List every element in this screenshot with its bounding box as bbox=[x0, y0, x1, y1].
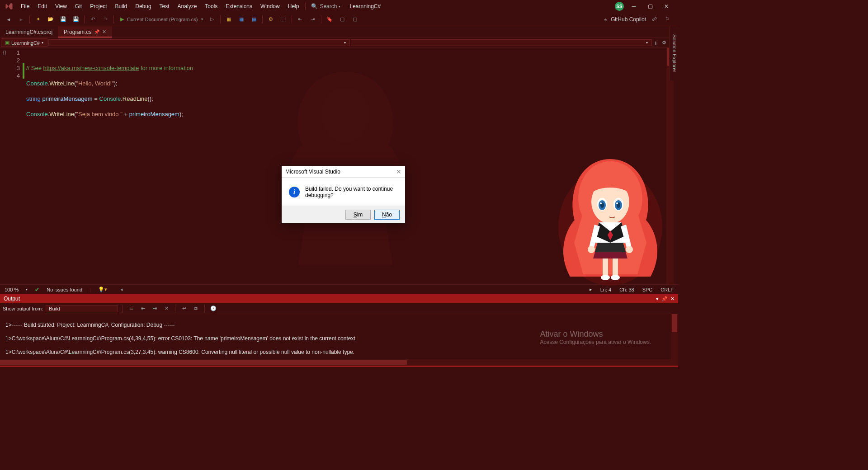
output-wrap-button[interactable]: ↩ bbox=[179, 304, 189, 313]
tab-program-cs[interactable]: Program.cs 📌 ✕ bbox=[58, 26, 112, 38]
save-button[interactable]: 💾 bbox=[57, 14, 69, 24]
menu-git[interactable]: Git bbox=[71, 1, 85, 11]
scroll-left-icon[interactable]: ◂ bbox=[119, 287, 124, 292]
menu-file[interactable]: File bbox=[17, 1, 33, 11]
tool-icon: ⚙ bbox=[267, 16, 274, 23]
menu-help[interactable]: Help bbox=[284, 1, 303, 11]
dialog-no-button[interactable]: Não bbox=[374, 210, 400, 220]
output-btn-2[interactable]: ⇤ bbox=[138, 304, 147, 313]
output-clear-button[interactable]: ✕ bbox=[162, 304, 171, 313]
pin-icon[interactable]: 📌 bbox=[94, 29, 99, 34]
output-timestamp-button[interactable]: 🕓 bbox=[209, 304, 218, 313]
horizontal-scrollbar[interactable]: ◂ bbox=[119, 287, 578, 292]
search-box[interactable]: 🔍 Search ▾ bbox=[308, 2, 343, 10]
issues-label[interactable]: No issues found bbox=[47, 287, 82, 292]
output-btn-5[interactable]: ⧉ bbox=[191, 304, 200, 313]
pin-icon[interactable]: 📌 bbox=[661, 296, 668, 302]
window-minimize-button[interactable]: ─ bbox=[627, 1, 640, 11]
open-file-button[interactable]: 📂 bbox=[45, 14, 57, 24]
chevron-down-icon[interactable]: ▾ bbox=[26, 287, 28, 291]
vertical-scrollbar[interactable] bbox=[666, 48, 674, 284]
outline-icon[interactable]: {⟩ bbox=[3, 50, 6, 56]
dialog-message: Build failed. Do you want to continue de… bbox=[305, 186, 398, 198]
window-close-button[interactable]: ✕ bbox=[660, 1, 673, 11]
nav-back-button[interactable]: ◄ bbox=[3, 14, 14, 24]
nav-forward-button[interactable]: ► bbox=[15, 14, 27, 24]
menu-view[interactable]: View bbox=[52, 1, 71, 11]
split-button[interactable]: ⫿ bbox=[653, 40, 659, 46]
scrollbar-thumb[interactable] bbox=[0, 360, 407, 365]
menu-tools[interactable]: Tools bbox=[201, 1, 221, 11]
share-button[interactable]: ☍ bbox=[650, 15, 659, 24]
scope-selector[interactable]: ▣ LearnningC# ▾ bbox=[1, 38, 47, 47]
menu-project[interactable]: Project bbox=[86, 1, 110, 11]
start-target-label: Current Document (Program.cs) bbox=[127, 17, 198, 22]
save-all-button[interactable]: 💾 bbox=[70, 14, 82, 24]
output-btn-1[interactable]: ≣ bbox=[127, 304, 136, 313]
redo-button[interactable]: ↷ bbox=[99, 14, 111, 24]
bookmark-icon: 🔖 bbox=[326, 16, 333, 23]
output-btn-3[interactable]: ⇥ bbox=[150, 304, 159, 313]
overview-ruler[interactable] bbox=[674, 48, 678, 284]
output-vertical-scrollbar[interactable] bbox=[671, 314, 678, 359]
search-icon: 🔍 bbox=[311, 3, 318, 9]
tb-icon-2[interactable]: ▦ bbox=[236, 14, 247, 24]
menu-window[interactable]: Window bbox=[257, 1, 283, 11]
dialog-titlebar[interactable]: Microsoft Visual Studio ✕ bbox=[282, 166, 405, 178]
menu-test[interactable]: Test bbox=[156, 1, 173, 11]
tb-icon-10[interactable]: ▢ bbox=[349, 14, 361, 24]
tb-icon-3[interactable]: ▦ bbox=[248, 14, 260, 24]
start-debug-button[interactable]: ▶Current Document (Program.cs)▾ bbox=[116, 14, 205, 24]
new-project-button[interactable]: ✦ bbox=[32, 14, 44, 24]
solution-explorer-tab[interactable]: Solution Explorer bbox=[669, 26, 678, 80]
output-title-label: Output bbox=[4, 296, 20, 302]
window-maximize-button[interactable]: ▢ bbox=[644, 1, 656, 11]
separator bbox=[113, 15, 114, 24]
tb-icon-1[interactable]: ▦ bbox=[223, 14, 235, 24]
bell-icon: ⚐ bbox=[665, 16, 670, 22]
close-icon[interactable]: ✕ bbox=[670, 296, 675, 302]
separator: | bbox=[90, 287, 91, 292]
scroll-right-icon[interactable]: ▸ bbox=[590, 287, 592, 292]
member-selector[interactable]: ▾ bbox=[351, 39, 652, 46]
output-panel-title[interactable]: Output ▾ 📌 ✕ bbox=[0, 294, 678, 303]
settings-button[interactable]: ⚙ bbox=[661, 40, 667, 46]
tb-icon-8[interactable]: 🔖 bbox=[324, 14, 335, 24]
user-avatar[interactable]: SS bbox=[615, 2, 624, 11]
notifications-button[interactable]: ⚐ bbox=[663, 15, 672, 24]
menu-build[interactable]: Build bbox=[112, 1, 131, 11]
menu-extensions[interactable]: Extensions bbox=[222, 1, 256, 11]
tb-icon-9[interactable]: ▢ bbox=[336, 14, 348, 24]
close-icon[interactable]: ✕ bbox=[102, 29, 106, 35]
lightbulb-icon[interactable]: 💡▾ bbox=[98, 287, 107, 292]
indent-mode[interactable]: SPC bbox=[642, 287, 653, 292]
tab-csproj[interactable]: LearnningC#.csproj bbox=[0, 26, 58, 38]
separator bbox=[84, 15, 85, 24]
close-icon[interactable]: ✕ bbox=[396, 168, 401, 175]
tb-icon-7[interactable]: ⇥ bbox=[307, 14, 319, 24]
scope-label: LearnningC# bbox=[11, 40, 40, 46]
chevron-down-icon: ▾ bbox=[42, 41, 43, 45]
eol-mode[interactable]: CRLF bbox=[660, 287, 674, 292]
output-source-select[interactable]: Build bbox=[46, 305, 118, 312]
dialog-yes-button[interactable]: Sim bbox=[345, 210, 371, 220]
comment-icon: ▢ bbox=[339, 16, 346, 23]
new-icon: ✦ bbox=[34, 16, 42, 23]
output-text[interactable]: 1>------ Build started: Project: Learnni… bbox=[0, 314, 678, 359]
menu-debug[interactable]: Debug bbox=[132, 1, 155, 11]
tb-icon-5[interactable]: ⬚ bbox=[278, 14, 289, 24]
undo-button[interactable]: ↶ bbox=[87, 14, 99, 24]
arrow-right-icon: ► bbox=[18, 16, 25, 23]
tb-icon-6[interactable]: ⇤ bbox=[294, 14, 306, 24]
output-from-label: Show output from: bbox=[3, 306, 43, 311]
menu-edit[interactable]: Edit bbox=[34, 1, 51, 11]
tb-icon-4[interactable]: ⚙ bbox=[265, 14, 277, 24]
start-no-debug-button[interactable]: ▷ bbox=[206, 14, 218, 24]
menu-analyze[interactable]: Analyze bbox=[174, 1, 201, 11]
copilot-label[interactable]: GitHub Copilot bbox=[611, 16, 646, 23]
output-horizontal-scrollbar[interactable] bbox=[0, 359, 678, 366]
dropdown-icon[interactable]: ▾ bbox=[656, 296, 659, 302]
type-selector[interactable]: ▾ bbox=[48, 39, 350, 46]
scrollbar-thumb[interactable] bbox=[672, 314, 677, 332]
zoom-level[interactable]: 100 % bbox=[5, 287, 19, 292]
